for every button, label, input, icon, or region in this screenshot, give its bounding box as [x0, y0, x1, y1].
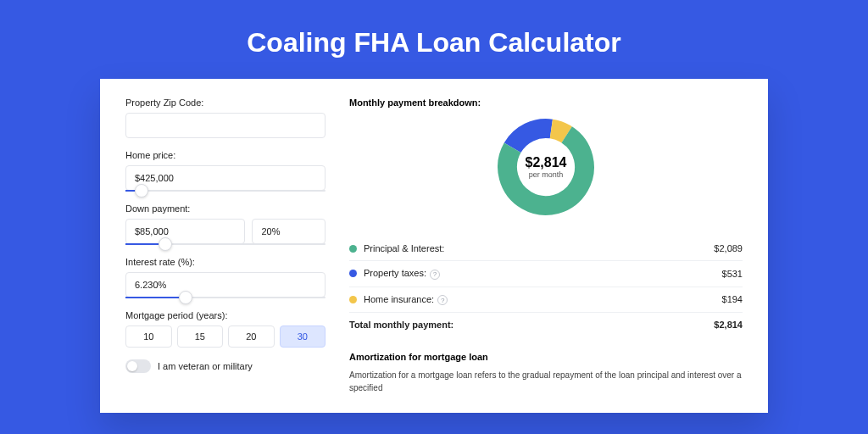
- period-option-30[interactable]: 30: [280, 326, 326, 348]
- rate-slider-fill: [125, 297, 186, 298]
- down-slider-thumb[interactable]: [159, 237, 172, 251]
- price-label: Home price:: [125, 150, 326, 160]
- legend-total-row: Total monthly payment:$2,814: [349, 312, 743, 337]
- legend-row: Home insurance:?$194: [349, 287, 743, 313]
- rate-slider[interactable]: [125, 297, 326, 298]
- legend-total-value: $2,814: [714, 320, 743, 330]
- price-row: Home price:: [125, 150, 326, 192]
- down-percent-input[interactable]: [252, 219, 326, 244]
- amortization-section: Amortization for mortgage loan Amortizat…: [349, 352, 743, 394]
- zip-input[interactable]: [125, 113, 326, 138]
- form-panel: Property Zip Code: Home price: Down paym…: [125, 97, 326, 394]
- period-options: 10152030: [125, 326, 326, 348]
- zip-row: Property Zip Code:: [125, 97, 326, 138]
- period-option-10[interactable]: 10: [125, 326, 172, 348]
- legend-label: Principal & Interest:: [364, 243, 714, 253]
- legend-dot: [349, 270, 357, 277]
- legend-label: Home insurance:?: [364, 294, 722, 306]
- zip-label: Property Zip Code:: [125, 97, 326, 108]
- legend-value: $2,089: [714, 243, 743, 253]
- rate-input[interactable]: [125, 272, 326, 298]
- help-icon[interactable]: ?: [430, 270, 440, 280]
- donut-amount: $2,814: [526, 155, 567, 170]
- legend-value: $531: [722, 269, 743, 279]
- page-title: Coaling FHA Loan Calculator: [0, 27, 868, 58]
- down-amount-input[interactable]: [125, 219, 245, 244]
- period-option-15[interactable]: 15: [177, 326, 224, 348]
- breakdown-title: Monthly payment breakdown:: [349, 97, 743, 108]
- legend: Principal & Interest:$2,089Property taxe…: [349, 236, 743, 337]
- down-slider[interactable]: [125, 243, 326, 245]
- donut-sub: per month: [529, 170, 564, 179]
- amortization-title: Amortization for mortgage loan: [349, 352, 743, 362]
- veteran-row: I am veteran or military: [125, 359, 326, 373]
- legend-label: Property taxes:?: [364, 268, 722, 280]
- legend-dot: [349, 245, 357, 253]
- rate-slider-thumb[interactable]: [179, 291, 192, 304]
- legend-value: $194: [722, 294, 743, 304]
- period-label: Mortgage period (years):: [125, 310, 326, 320]
- legend-row: Property taxes:?$531: [349, 260, 743, 287]
- rate-row: Interest rate (%):: [125, 257, 326, 298]
- rate-label: Interest rate (%):: [125, 257, 326, 267]
- price-input[interactable]: [125, 165, 326, 191]
- period-option-20[interactable]: 20: [228, 326, 275, 348]
- veteran-label: I am veteran or military: [158, 361, 253, 371]
- down-row: Down payment:: [125, 203, 326, 245]
- donut-chart: $2,814 per month: [495, 116, 597, 218]
- period-row-wrap: Mortgage period (years): 10152030: [125, 310, 326, 348]
- down-label: Down payment:: [125, 203, 326, 214]
- veteran-toggle[interactable]: [125, 359, 151, 373]
- price-slider[interactable]: [125, 190, 326, 192]
- amortization-text: Amortization for a mortgage loan refers …: [349, 369, 743, 394]
- price-slider-thumb[interactable]: [135, 184, 148, 198]
- legend-row: Principal & Interest:$2,089: [349, 236, 743, 260]
- calculator-card: Property Zip Code: Home price: Down paym…: [100, 79, 768, 413]
- breakdown-panel: Monthly payment breakdown: $2,814 per mo…: [349, 97, 743, 394]
- legend-total-label: Total monthly payment:: [349, 320, 714, 330]
- help-icon[interactable]: ?: [437, 295, 448, 305]
- legend-dot: [349, 296, 357, 303]
